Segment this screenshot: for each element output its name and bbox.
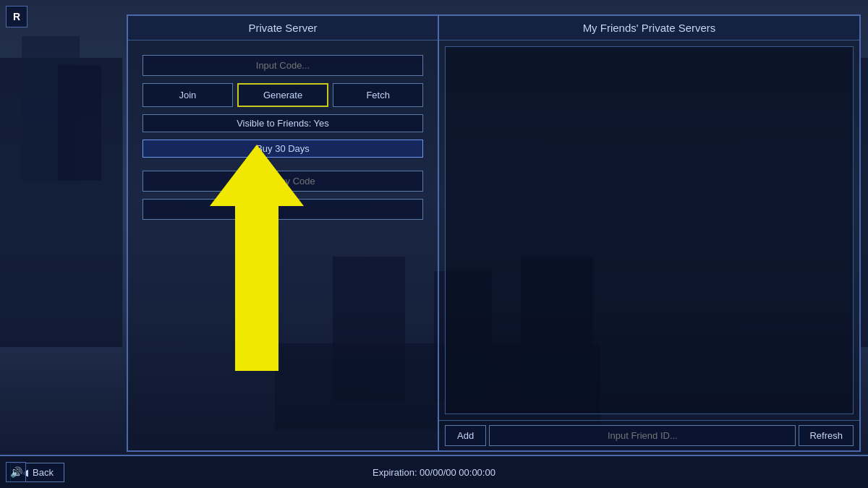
building-left-3 bbox=[58, 65, 101, 181]
refresh-button[interactable]: Refresh bbox=[799, 425, 854, 446]
buy-days-button[interactable]: Buy 30 Days bbox=[142, 140, 423, 158]
friends-servers-list bbox=[445, 46, 854, 414]
bottom-bar: ◀ Back Expiration: 00/00/00 00:00:00 bbox=[0, 455, 868, 488]
generate-button[interactable]: Generate bbox=[237, 83, 329, 107]
private-server-panel: Private Server Join Generate Fetch Visib… bbox=[128, 16, 439, 450]
add-button[interactable]: Add bbox=[445, 425, 486, 446]
friend-id-input[interactable] bbox=[489, 425, 796, 446]
fetch-button[interactable]: Fetch bbox=[333, 83, 423, 107]
second-input-field[interactable] bbox=[142, 199, 423, 220]
friends-bottom-bar: Add Refresh bbox=[439, 420, 859, 450]
sound-icon: 🔊 bbox=[10, 466, 22, 478]
back-label: Back bbox=[33, 467, 54, 478]
private-server-title: Private Server bbox=[128, 16, 438, 40]
expiration-text: Expiration: 00/00/00 00:00:00 bbox=[373, 467, 495, 478]
sound-button[interactable]: 🔊 bbox=[6, 462, 26, 482]
visible-friends-button[interactable]: Visible to Friends: Yes bbox=[142, 114, 423, 132]
input-code-field[interactable] bbox=[142, 55, 423, 76]
private-server-content: Join Generate Fetch Visible to Friends: … bbox=[128, 40, 438, 234]
friends-servers-title: My Friends' Private Servers bbox=[439, 16, 859, 40]
input-key-field[interactable] bbox=[142, 171, 423, 192]
join-button[interactable]: Join bbox=[142, 83, 233, 107]
friends-servers-panel: My Friends' Private Servers Add Refresh bbox=[439, 16, 859, 450]
roblox-logo: R bbox=[6, 6, 27, 27]
action-button-row: Join Generate Fetch bbox=[142, 83, 423, 107]
main-ui-container: Private Server Join Generate Fetch Visib… bbox=[127, 14, 861, 452]
building-right bbox=[861, 58, 868, 347]
